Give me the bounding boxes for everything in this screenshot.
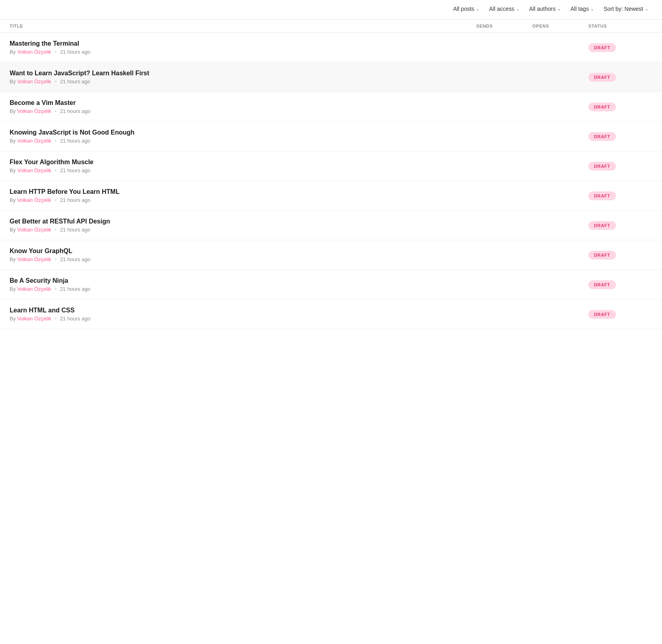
post-title[interactable]: Learn HTTP Before You Learn HTML <box>10 188 476 195</box>
post-author[interactable]: Volkan Özçelik <box>17 78 51 85</box>
table-row: Mastering the Terminal By Volkan Özçelik… <box>0 33 662 62</box>
sends-column-header: SENDS <box>476 24 532 28</box>
post-time: 21 hours ago <box>60 167 90 173</box>
meta-separator: • <box>55 138 57 144</box>
post-status: DRAFT <box>588 251 652 260</box>
post-title[interactable]: Become a Vim Master <box>10 99 476 107</box>
post-status: DRAFT <box>588 43 652 52</box>
post-author[interactable]: Volkan Özçelik <box>17 49 51 55</box>
chevron-down-icon: ⌄ <box>590 6 594 12</box>
meta-separator: • <box>55 197 57 203</box>
post-time: 21 hours ago <box>60 227 90 233</box>
sort-label: Sort by: Newest <box>604 6 643 12</box>
post-author[interactable]: Volkan Özçelik <box>17 227 51 233</box>
post-info: Know Your GraphQL By Volkan Özçelik • 21… <box>10 248 476 262</box>
post-info: Learn HTTP Before You Learn HTML By Volk… <box>10 188 476 203</box>
meta-separator: • <box>55 108 57 114</box>
post-meta: By Volkan Özçelik • 21 hours ago <box>10 167 476 173</box>
table-row: Be A Security Ninja By Volkan Özçelik • … <box>0 270 662 300</box>
post-time: 21 hours ago <box>60 286 90 292</box>
title-column-header: TITLE <box>10 24 476 28</box>
post-status: DRAFT <box>588 73 652 82</box>
post-time: 21 hours ago <box>60 256 90 262</box>
post-author[interactable]: Volkan Özçelik <box>17 167 51 173</box>
post-info: Flex Your Algorithm Muscle By Volkan Özç… <box>10 159 476 173</box>
draft-badge: DRAFT <box>588 132 616 141</box>
table-row: Learn HTTP Before You Learn HTML By Volk… <box>0 181 662 211</box>
post-time: 21 hours ago <box>60 316 90 322</box>
table-row: Know Your GraphQL By Volkan Özçelik • 21… <box>0 240 662 270</box>
table-row: Get Better at RESTful API Design By Volk… <box>0 211 662 240</box>
post-meta: By Volkan Özçelik • 21 hours ago <box>10 49 476 55</box>
post-author[interactable]: Volkan Özçelik <box>17 108 51 114</box>
draft-badge: DRAFT <box>588 43 616 52</box>
all-posts-label: All posts <box>453 6 474 12</box>
status-column-header: STATUS <box>588 24 652 28</box>
chevron-down-icon: ⌄ <box>645 6 648 12</box>
meta-separator: • <box>55 227 57 233</box>
table-row: Knowing JavaScript is Not Good Enough By… <box>0 122 662 151</box>
post-title[interactable]: Get Better at RESTful API Design <box>10 218 476 225</box>
post-meta: By Volkan Özçelik • 21 hours ago <box>10 256 476 262</box>
post-author[interactable]: Volkan Özçelik <box>17 256 51 262</box>
post-status: DRAFT <box>588 310 652 319</box>
table-row: Learn HTML and CSS By Volkan Özçelik • 2… <box>0 300 662 329</box>
draft-badge: DRAFT <box>588 251 616 260</box>
post-title[interactable]: Be A Security Ninja <box>10 277 476 284</box>
table-row: Want to Learn JavaScript? Learn Haskell … <box>0 62 662 92</box>
meta-separator: • <box>55 256 57 262</box>
post-title[interactable]: Want to Learn JavaScript? Learn Haskell … <box>10 70 476 77</box>
post-info: Want to Learn JavaScript? Learn Haskell … <box>10 70 476 85</box>
table-row: Become a Vim Master By Volkan Özçelik • … <box>0 92 662 122</box>
post-status: DRAFT <box>588 191 652 200</box>
draft-badge: DRAFT <box>588 73 616 82</box>
post-time: 21 hours ago <box>60 49 90 55</box>
post-title[interactable]: Flex Your Algorithm Muscle <box>10 159 476 166</box>
all-tags-label: All tags <box>570 6 589 12</box>
all-posts-filter[interactable]: All posts ⌄ <box>449 3 483 14</box>
post-title[interactable]: Knowing JavaScript is Not Good Enough <box>10 129 476 136</box>
sort-filter[interactable]: Sort by: Newest ⌄ <box>600 3 652 14</box>
post-title[interactable]: Mastering the Terminal <box>10 40 476 47</box>
post-status: DRAFT <box>588 103 652 111</box>
post-time: 21 hours ago <box>60 138 90 144</box>
post-status: DRAFT <box>588 162 652 171</box>
all-authors-label: All authors <box>529 6 556 12</box>
chevron-down-icon: ⌄ <box>516 6 520 12</box>
post-meta: By Volkan Özçelik • 21 hours ago <box>10 316 476 322</box>
post-time: 21 hours ago <box>60 78 90 85</box>
post-status: DRAFT <box>588 221 652 230</box>
post-author[interactable]: Volkan Özçelik <box>17 197 51 203</box>
post-title[interactable]: Know Your GraphQL <box>10 248 476 255</box>
post-title[interactable]: Learn HTML and CSS <box>10 307 476 314</box>
all-access-label: All access <box>489 6 514 12</box>
draft-badge: DRAFT <box>588 103 616 111</box>
table-row: Flex Your Algorithm Muscle By Volkan Özç… <box>0 151 662 181</box>
opens-column-header: OPENS <box>532 24 588 28</box>
draft-badge: DRAFT <box>588 280 616 289</box>
post-status: DRAFT <box>588 280 652 289</box>
post-time: 21 hours ago <box>60 197 90 203</box>
table-header: TITLE SENDS OPENS STATUS <box>0 20 662 33</box>
post-time: 21 hours ago <box>60 108 90 114</box>
chevron-down-icon: ⌄ <box>476 6 479 12</box>
post-author[interactable]: Volkan Özçelik <box>17 286 51 292</box>
meta-separator: • <box>55 286 57 292</box>
post-meta: By Volkan Özçelik • 21 hours ago <box>10 197 476 203</box>
post-author[interactable]: Volkan Özçelik <box>17 316 51 322</box>
post-info: Mastering the Terminal By Volkan Özçelik… <box>10 40 476 55</box>
draft-badge: DRAFT <box>588 162 616 171</box>
meta-separator: • <box>55 49 57 55</box>
post-info: Become a Vim Master By Volkan Özçelik • … <box>10 99 476 114</box>
all-tags-filter[interactable]: All tags ⌄ <box>566 3 598 14</box>
post-info: Be A Security Ninja By Volkan Özçelik • … <box>10 277 476 292</box>
post-author[interactable]: Volkan Özçelik <box>17 138 51 144</box>
all-authors-filter[interactable]: All authors ⌄ <box>525 3 565 14</box>
post-status: DRAFT <box>588 132 652 141</box>
post-info: Learn HTML and CSS By Volkan Özçelik • 2… <box>10 307 476 322</box>
draft-badge: DRAFT <box>588 310 616 319</box>
all-access-filter[interactable]: All access ⌄ <box>485 3 524 14</box>
meta-separator: • <box>55 316 57 322</box>
draft-badge: DRAFT <box>588 221 616 230</box>
post-meta: By Volkan Özçelik • 21 hours ago <box>10 108 476 114</box>
